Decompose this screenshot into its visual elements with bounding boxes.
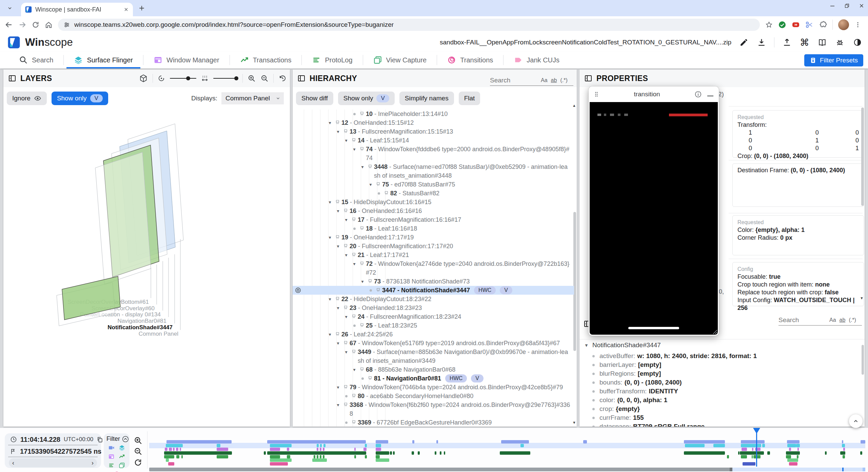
trace-tab-jank-cujs[interactable]: Jank CUJs <box>504 52 570 68</box>
trace-entry-bar-screen[interactable] <box>861 440 865 444</box>
trace-entry-bar-sf[interactable] <box>762 444 765 447</box>
trace-entry-bar-screen[interactable] <box>376 440 388 444</box>
extensions-puzzle-icon[interactable] <box>819 21 827 29</box>
panel-icon[interactable] <box>8 74 16 82</box>
trace-entry-bar-transactions[interactable] <box>418 451 420 455</box>
ns-time-field[interactable]: 1715339054227572545 ns <box>8 446 98 457</box>
extension-scissors-icon[interactable] <box>805 21 813 29</box>
trace-entry-bar-wm[interactable] <box>323 448 324 451</box>
trace-entry-bar-sf[interactable] <box>270 444 292 447</box>
property-tree-item[interactable]: crop:{empty} <box>579 405 861 413</box>
trace-entry-bar-transactions[interactable] <box>684 451 725 455</box>
bookmark-icon[interactable] <box>765 21 773 28</box>
trace-entry-bar-wm[interactable] <box>789 448 791 451</box>
reload-icon[interactable] <box>32 21 39 28</box>
hierarchy-node[interactable]: 80 - ace6abb SecondaryHomeHandle0#80 <box>293 392 574 400</box>
trace-entry-bar-screen[interactable] <box>684 440 725 444</box>
trace-entry-bar-sf[interactable] <box>713 444 725 447</box>
trace-entry-bar-wm[interactable] <box>287 448 289 451</box>
trace-entry-bar-protolog[interactable] <box>317 455 318 458</box>
hierarchy-node[interactable]: ▾20 - FullscreenMagnification:17:17#20 <box>293 242 574 251</box>
hierarchy-node[interactable]: 10 - ImePlaceholder:13:14#10 <box>293 110 574 118</box>
hierarchy-search-input[interactable] <box>490 77 541 84</box>
upload-icon[interactable] <box>782 37 792 47</box>
trace-entry-bar-wm[interactable] <box>376 448 381 451</box>
extension-check-icon[interactable] <box>778 21 786 29</box>
hierarchy-node[interactable]: ▾3449 - Surface(name=885b63e NavigationB… <box>293 348 574 365</box>
trace-entry-bar-transactions[interactable] <box>500 451 530 455</box>
hierarchy-node[interactable]: ▾24 - FullscreenMagnification:18:23#24 <box>293 312 574 321</box>
reset-view-icon[interactable] <box>278 74 287 82</box>
viewcapture-filter-icon[interactable] <box>119 462 125 469</box>
trace-entry-bar-transitions[interactable] <box>743 462 755 466</box>
search-options[interactable]: Aa ab (.*) <box>829 317 856 323</box>
trace-entry-bar-wm[interactable] <box>317 448 318 451</box>
trace-entry-bar-screen[interactable] <box>166 440 232 444</box>
prev-entry-icon[interactable]: ‹ <box>12 459 14 467</box>
properties-scrollbar[interactable] <box>861 107 864 206</box>
trace-entry-bar-sf[interactable] <box>520 444 524 447</box>
show-only-chip[interactable]: Show onlyV <box>338 92 395 105</box>
expander-icon[interactable]: ▾ <box>327 233 333 242</box>
expander-icon[interactable]: ▾ <box>351 365 358 374</box>
transition-overlay-window[interactable]: transition <box>589 86 719 336</box>
simplify-names-chip[interactable]: Simplify names <box>399 92 454 105</box>
timeline-scroll-thumb[interactable] <box>149 468 732 471</box>
info-icon[interactable] <box>694 91 702 98</box>
trace-entry-bar-transactions[interactable] <box>740 451 764 455</box>
tab-search-icon[interactable] <box>5 3 15 13</box>
trace-entry-bar-wm[interactable] <box>354 448 356 451</box>
hierarchy-node[interactable]: 81 - NavigationBar0#81HWCV <box>293 374 574 383</box>
property-tree-item[interactable]: dataspace:BT709 sRGB Full range <box>579 422 861 427</box>
trace-entry-bar-sf[interactable] <box>320 444 322 447</box>
trace-entry-bar-screen[interactable] <box>741 440 765 444</box>
property-tree-item[interactable]: bufferTransform:IDENTITY <box>579 387 861 396</box>
trace-entry-bar-transactions[interactable] <box>444 451 445 455</box>
expander-icon[interactable]: ▾ <box>351 145 358 154</box>
hierarchy-node[interactable]: ▾12 - OneHanded:15:15#12 <box>293 118 574 127</box>
trace-entry-bar-protolog[interactable] <box>164 455 174 458</box>
trace-entry-bar-transitions[interactable] <box>168 462 174 466</box>
tab-close-icon[interactable] <box>123 7 129 12</box>
trace-entry-bar-protolog[interactable] <box>270 455 280 458</box>
panel-icon[interactable] <box>584 74 592 82</box>
edit-icon[interactable] <box>739 37 749 47</box>
expander-icon[interactable]: ▾ <box>327 198 333 206</box>
trace-entry-bar-sf[interactable] <box>842 444 845 447</box>
trace-entry-bar-viewcapture[interactable] <box>270 458 292 462</box>
trace-entry-bar-wm[interactable] <box>165 448 167 451</box>
property-tree-item[interactable]: activeBuffer:w: 1080, h: 2400, stride: 2… <box>579 352 861 360</box>
extension-red-icon[interactable] <box>792 21 800 29</box>
spacing-slider[interactable] <box>213 78 238 79</box>
expander-icon[interactable]: ▾ <box>335 303 341 312</box>
expander-icon[interactable]: ▾ <box>359 277 366 286</box>
overview-handle[interactable] <box>863 468 865 471</box>
trace-entry-bar-transactions[interactable] <box>393 451 395 455</box>
trace-entry-bar-sf[interactable] <box>741 444 761 447</box>
trace-entry-bar-sf[interactable] <box>376 444 381 447</box>
displays-select[interactable]: Common Panel <box>221 92 284 104</box>
hierarchy-node[interactable]: ▾14 - Leaf:15:15#14 <box>293 136 574 145</box>
hierarchy-node[interactable]: ▾26 - Leaf:24:25#26 <box>293 330 574 339</box>
ignore-chip[interactable]: Ignore <box>7 92 47 105</box>
properties-search-input[interactable] <box>778 316 829 324</box>
trace-tab-transactions[interactable]: Transactions <box>230 52 302 68</box>
expander-icon[interactable]: ▾ <box>327 295 333 303</box>
search-options[interactable]: Aa ab (.*) <box>541 77 568 83</box>
trace-entry-bar-protolog[interactable] <box>741 455 747 458</box>
trace-entry-bar-transactions[interactable] <box>825 451 827 455</box>
new-tab-button[interactable] <box>136 3 147 14</box>
expander-icon[interactable]: ▾ <box>343 251 350 259</box>
trace-entry-bar-protolog[interactable] <box>843 455 845 458</box>
trace-entry-bar-transactions[interactable] <box>840 451 845 455</box>
trace-entry-bar-protolog[interactable] <box>287 455 290 458</box>
trace-entry-bar-viewcapture[interactable] <box>787 458 798 462</box>
copy-icon[interactable] <box>97 436 103 443</box>
hierarchy-node[interactable]: ▾72 - WindowToken{a2746de type=2040 andr… <box>293 259 574 277</box>
trace-tab-search[interactable]: Search <box>9 52 63 68</box>
trace-entry-bar-transactions[interactable] <box>164 451 232 455</box>
hierarchy-node[interactable]: ▾73 - 8736138 NotificationShade#73 <box>293 277 574 286</box>
documentation-icon[interactable] <box>817 37 827 47</box>
back-icon[interactable] <box>5 21 13 29</box>
trace-entry-bar-transitions[interactable] <box>789 462 797 466</box>
